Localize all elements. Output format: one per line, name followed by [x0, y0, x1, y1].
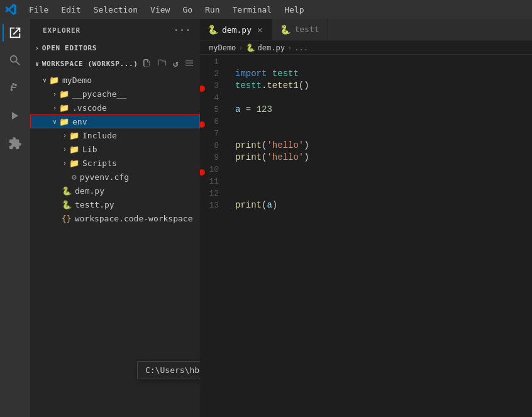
line-8: 8	[200, 140, 219, 152]
lib-folder-icon: 📁	[69, 145, 79, 154]
new-file-button[interactable]	[141, 57, 153, 70]
vscode-folder-icon: 📁	[59, 103, 69, 113]
breadcrumb-mydemo[interactable]: myDemo	[209, 43, 236, 52]
breadcrumb-file[interactable]: dem.py	[258, 43, 285, 52]
vscode-logo	[5, 4, 16, 15]
activity-extensions[interactable]	[4, 132, 26, 155]
menu-file[interactable]: File	[24, 4, 53, 16]
tab-testt-icon: 🐍	[280, 25, 291, 35]
code-paren5: )	[304, 152, 309, 164]
workspace-chevron: ∨	[35, 60, 40, 67]
code-str-hello: 'hello'	[267, 140, 304, 152]
tree-item-testtpy[interactable]: 🐍 testt.py	[30, 197, 200, 211]
tree-item-vscode[interactable]: › 📁 .vscode	[30, 101, 200, 114]
kw-testt: testt	[272, 68, 299, 80]
kw-import: import	[235, 68, 267, 80]
activity-explorer[interactable]	[4, 21, 26, 44]
line-9: 9	[200, 152, 219, 164]
code-print-3: print	[235, 199, 262, 211]
tree-item-workspace-file[interactable]: {} workspace.code-workspace	[30, 211, 200, 225]
tree-item-scripts[interactable]: › 📁 Scripts	[30, 156, 200, 170]
code-line-7	[235, 128, 532, 140]
code-str-hello2: 'hello'	[267, 152, 304, 164]
pyvenv-label: pyvenv.cfg	[80, 172, 129, 182]
line-7: 7	[200, 128, 219, 140]
open-editors-section[interactable]: › OPEN EDITORS	[30, 42, 200, 55]
menu-run[interactable]: Run	[200, 4, 224, 16]
new-folder-button[interactable]	[157, 57, 168, 70]
code-content[interactable]: import testt testt.tetet1() a = 123 prin…	[225, 55, 532, 417]
scripts-chevron: ›	[63, 160, 67, 167]
menu-terminal[interactable]: Terminal	[228, 4, 277, 16]
line-6: 6	[200, 116, 219, 128]
menu-edit[interactable]: Edit	[56, 4, 86, 16]
pycache-label: __pycache__	[72, 89, 126, 99]
code-testt-ref: testt	[235, 80, 262, 92]
line-12: 12	[200, 187, 219, 199]
breadcrumb: myDemo › 🐍 dem.py › ...	[200, 41, 532, 55]
overflow-menu-button[interactable]: ···	[172, 24, 192, 36]
tree-item-pyvenv[interactable]: ⚙ pyvenv.cfg	[30, 170, 200, 184]
activity-run[interactable]	[4, 104, 26, 127]
code-line-11	[235, 175, 532, 187]
menu-selection[interactable]: Selection	[89, 4, 143, 16]
code-line-9: print('hello')	[235, 152, 532, 164]
mydemo-label: myDemo	[62, 75, 92, 85]
tree-item-env[interactable]: ∨ 📁 env	[30, 114, 200, 128]
pycache-folder-icon: 📁	[59, 89, 69, 99]
tab-testt[interactable]: 🐍 testt	[272, 19, 327, 40]
testtpy-label: testt.py	[75, 200, 114, 209]
tree-item-include[interactable]: › 📁 Include	[30, 128, 200, 142]
tree-item-dempy[interactable]: 🐍 dem.py	[30, 184, 200, 197]
line-1: 1	[200, 56, 219, 68]
lib-label: Lib	[82, 145, 97, 154]
line-13: 13	[200, 199, 219, 211]
tree-item-lib[interactable]: › 📁 Lib	[30, 142, 200, 156]
sidebar: EXPLORER ··· › OPEN EDITORS ∨ WORKSPACE …	[30, 19, 200, 417]
tree-item-mydemo[interactable]: ∨ 📁 myDemo	[30, 73, 200, 87]
line-5: 5	[200, 104, 219, 116]
activity-search[interactable]	[4, 49, 26, 72]
tree-item-pycache[interactable]: › 📁 __pycache__	[30, 87, 200, 101]
mydemo-folder-icon: 📁	[49, 75, 59, 85]
main-area: EXPLORER ··· › OPEN EDITORS ∨ WORKSPACE …	[0, 19, 532, 417]
workspace-label: WORKSPACE (WORKSP...)	[42, 60, 138, 68]
line-10: 10	[200, 164, 219, 175]
code-line-8: print('hello')	[235, 140, 532, 152]
breakpoint-10[interactable]	[200, 169, 205, 175]
testtpy-icon: 🐍	[62, 200, 72, 209]
menu-go[interactable]: Go	[177, 4, 197, 16]
code-dot1: .	[262, 80, 267, 92]
tab-testt-label: testt	[294, 25, 319, 34]
tab-dempy[interactable]: 🐍 dem.py ✕	[200, 19, 272, 40]
vscode-chevron: ›	[53, 104, 57, 111]
activity-bar	[0, 19, 30, 417]
code-print-2: print	[235, 152, 262, 164]
menu-view[interactable]: View	[145, 4, 175, 16]
env-folder-icon: 📁	[59, 117, 69, 126]
code-line-2: import testt	[235, 68, 532, 80]
line-2: 2	[200, 68, 219, 80]
workspace-section[interactable]: ∨ WORKSPACE (WORKSP...) ↺	[30, 55, 200, 73]
collapse-all-button[interactable]	[184, 57, 195, 70]
include-folder-icon: 📁	[69, 131, 79, 140]
scripts-label: Scripts	[82, 158, 117, 168]
lib-chevron: ›	[63, 146, 67, 153]
breakpoint-6[interactable]	[200, 121, 205, 128]
vscode-label: .vscode	[72, 103, 107, 113]
breadcrumb-sep1: ›	[238, 43, 243, 52]
tab-dempy-close[interactable]: ✕	[255, 24, 264, 35]
line-numbers: 1 2 3 4 5 6 7 8 9 10 11	[200, 55, 225, 417]
code-var-a: a	[235, 104, 240, 116]
code-line-12	[235, 187, 532, 199]
breakpoint-3[interactable]	[200, 86, 205, 92]
open-editors-label: OPEN EDITORS	[42, 44, 97, 52]
menu-help[interactable]: Help	[279, 4, 309, 16]
line-11: 11	[200, 175, 219, 187]
refresh-button[interactable]: ↺	[172, 57, 180, 70]
code-print-1: print	[235, 140, 262, 152]
tooltip-text: C:\Users\hbq\Desktop\myDemo\env\Lib	[145, 365, 200, 375]
activity-source-control[interactable]	[4, 77, 26, 99]
line-3: 3	[200, 80, 219, 92]
code-eq: =	[240, 104, 256, 116]
